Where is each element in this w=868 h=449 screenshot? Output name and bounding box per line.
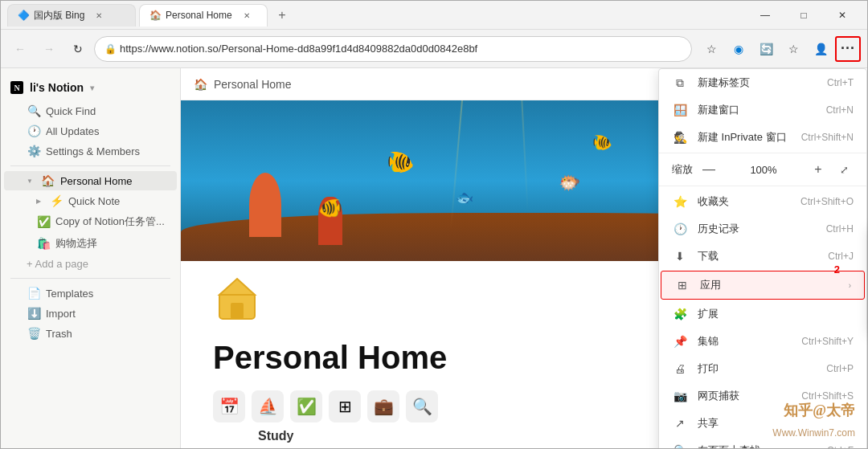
bing-icon: 🔷 — [18, 10, 29, 21]
history-icon: 🕐 — [672, 221, 688, 237]
back-button[interactable]: ← — [7, 36, 33, 62]
find-icon: 🔍 — [672, 443, 688, 448]
minimize-button[interactable]: — — [747, 3, 784, 27]
zoom-label: 缩放 — [672, 162, 693, 177]
sidebar: li's Notion ▾ 🔍 Quick Find 🕐 All Updates… — [1, 68, 181, 448]
history-shortcut: Ctrl+H — [826, 223, 854, 235]
apps-arrow: › — [849, 281, 851, 290]
refresh-button[interactable]: ↻ — [65, 36, 91, 62]
workspace-caret: ▾ — [90, 84, 94, 92]
screenshot-icon: 📷 — [672, 388, 688, 404]
close-button[interactable]: ✕ — [824, 3, 861, 27]
new-private-label: 新建 InPrivate 窗口 — [698, 130, 792, 145]
menu-apps[interactable]: ⊞ 应用 2 › — [661, 271, 865, 300]
page-header-title: Personal Home — [214, 78, 292, 91]
sidebar-item-quick-note[interactable]: ⚡ Quick Note — [4, 191, 177, 210]
menu-favorites[interactable]: ⭐ 收藏夹 Ctrl+Shift+O — [659, 188, 866, 215]
tab-notion-label: Personal Home — [166, 10, 232, 21]
zoom-expand-button[interactable]: ⤢ — [834, 160, 854, 179]
downloads-icon: ⬇ — [672, 248, 688, 264]
menu-collections[interactable]: 📌 集锦 Ctrl+Shift+Y — [659, 328, 866, 355]
browser-window: 🔷 国内版 Bing ✕ 🏠 Personal Home ✕ + — □ ✕ ←… — [0, 0, 868, 449]
trash-label: Trash — [46, 328, 72, 340]
menu-new-private[interactable]: 🕵 新建 InPrivate 窗口 Ctrl+Shift+N — [659, 124, 866, 151]
bookmark-icon[interactable]: ☆ — [780, 36, 806, 62]
sidebar-item-trash[interactable]: 🗑️ Trash — [4, 324, 177, 343]
page-header-icon: 🏠 — [194, 78, 207, 91]
workspace-header[interactable]: li's Notion ▾ — [1, 75, 180, 100]
page-content: 🏠 Personal Home 🐠 🐡 🐠 🐟 🐠 — [181, 68, 867, 448]
menu-print[interactable]: 🖨 打印 Ctrl+P — [659, 355, 866, 382]
svg-rect-2 — [231, 303, 244, 319]
shopping-label: 购物选择 — [55, 236, 97, 251]
find-shortcut: Ctrl+F — [827, 445, 854, 448]
shopping-icon: 🛍️ — [36, 237, 51, 250]
copy-notion-label: Copy of Notion任务管... — [55, 214, 165, 229]
new-private-shortcut: Ctrl+Shift+N — [801, 132, 854, 143]
zoom-plus-button[interactable]: + — [809, 160, 828, 179]
tab-notion[interactable]: 🏠 Personal Home ✕ — [139, 4, 268, 27]
menu-new-window[interactable]: 🪟 新建窗口 Ctrl+N — [659, 96, 866, 124]
profile-icon[interactable]: 👤 — [808, 36, 833, 62]
more-button[interactable]: ··· — [835, 36, 861, 62]
maximize-button[interactable]: □ — [785, 3, 822, 27]
bing-icon2[interactable]: 🔄 — [753, 36, 779, 62]
collections-label: 集锦 — [698, 334, 792, 349]
all-updates-icon: 🕐 — [27, 124, 41, 137]
menu-divider-1 — [659, 153, 866, 153]
find-label: 在页面上查找 — [698, 443, 817, 448]
url-bar[interactable]: 🔒 https://www.notion.so/Personal-Home-dd… — [94, 36, 692, 62]
sidebar-item-import[interactable]: ⬇️ Import — [4, 304, 177, 323]
new-tab-button[interactable]: + — [271, 4, 293, 27]
sidebar-item-personal-home[interactable]: 🏠 Personal Home — [4, 171, 177, 190]
context-menu: ⧉ 新建标签页 Ctrl+T 🪟 新建窗口 Ctrl+N 🕵 新建 InPriv… — [658, 68, 867, 448]
zoom-minus-button[interactable]: — — [699, 160, 719, 179]
templates-icon: 📄 — [27, 287, 41, 300]
favorites-shortcut: Ctrl+Shift+O — [800, 196, 854, 207]
tab-bing[interactable]: 🔷 国内版 Bing ✕ — [7, 4, 136, 27]
menu-find[interactable]: 🔍 在页面上查找 Ctrl+F — [659, 437, 866, 448]
url-text: https://www.notion.so/Personal-Home-dd8a… — [120, 43, 477, 55]
page-icon-calendar: 📅 — [213, 390, 245, 422]
address-bar: ← → ↻ 🔒 https://www.notion.so/Personal-H… — [1, 30, 867, 68]
sidebar-divider-2 — [10, 278, 170, 279]
tab-notion-close[interactable]: ✕ — [240, 9, 253, 22]
menu-divider-2 — [659, 186, 866, 186]
print-shortcut: Ctrl+P — [826, 363, 854, 374]
workspace-name: li's Notion — [30, 81, 84, 94]
add-page-button[interactable]: + Add a page — [4, 255, 177, 273]
screenshot-label: 网页捕获 — [698, 389, 792, 403]
menu-new-tab[interactable]: ⧉ 新建标签页 Ctrl+T — [659, 69, 866, 96]
menu-zoom-row: 缩放 — 100% + ⤢ — [659, 155, 866, 184]
history-label: 历史记录 — [698, 222, 817, 236]
outlook-icon[interactable]: ◉ — [726, 36, 751, 62]
title-bar: 🔷 国内版 Bing ✕ 🏠 Personal Home ✕ + — □ ✕ — [1, 1, 867, 30]
favorites-menu-icon: ⭐ — [672, 194, 688, 210]
new-tab-icon: ⧉ — [672, 75, 688, 91]
sidebar-item-copy-notion[interactable]: ✅ Copy of Notion任务管... — [4, 211, 177, 232]
new-window-icon: 🪟 — [672, 102, 688, 118]
sidebar-item-all-updates[interactable]: 🕐 All Updates — [4, 121, 177, 141]
page-icon-search: 🔍 — [406, 390, 438, 422]
sidebar-item-quick-find[interactable]: 🔍 Quick Find — [4, 101, 177, 120]
sidebar-item-settings[interactable]: ⚙️ Settings & Members — [4, 141, 177, 161]
quick-note-label: Quick Note — [68, 195, 120, 207]
screenshot-shortcut: Ctrl+Shift+S — [801, 390, 854, 402]
sidebar-item-shopping[interactable]: 🛍️ 购物选择 — [4, 233, 177, 254]
personal-home-label: Personal Home — [60, 175, 133, 187]
personal-home-icon: 🏠 — [41, 174, 55, 187]
menu-extensions[interactable]: 🧩 扩展 — [659, 300, 866, 328]
sidebar-item-templates[interactable]: 📄 Templates — [4, 284, 177, 303]
forward-button[interactable]: → — [36, 36, 62, 62]
trash-icon: 🗑️ — [27, 327, 41, 340]
share-icon: ↗ — [672, 415, 688, 431]
main-area: li's Notion ▾ 🔍 Quick Find 🕐 All Updates… — [1, 68, 867, 448]
favorites-icon[interactable]: ☆ — [698, 36, 724, 62]
menu-history[interactable]: 🕐 历史记录 Ctrl+H — [659, 215, 866, 243]
zoom-value: 100% — [725, 164, 802, 176]
watermark-1: 知乎@太帝 — [784, 401, 855, 420]
all-updates-label: All Updates — [46, 125, 99, 137]
settings-label: Settings & Members — [46, 145, 140, 157]
tab-bing-close[interactable]: ✕ — [92, 9, 105, 22]
print-icon: 🖨 — [672, 361, 688, 377]
